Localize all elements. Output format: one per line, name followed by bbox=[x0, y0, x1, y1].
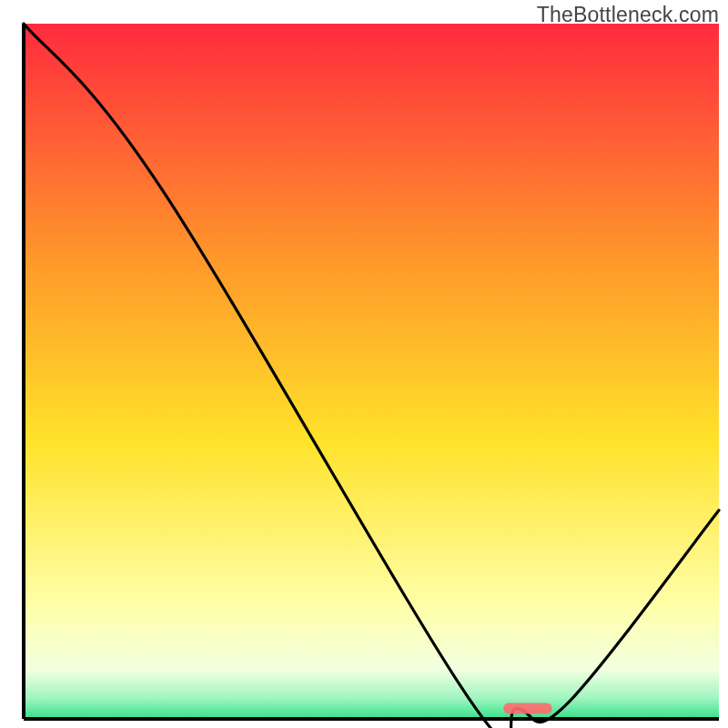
svg-rect-0 bbox=[24, 24, 719, 719]
svg-rect-3 bbox=[503, 703, 551, 714]
chart-container: TheBottleneck.com bbox=[0, 0, 728, 728]
watermark-text: TheBottleneck.com bbox=[537, 3, 719, 27]
chart-svg bbox=[0, 0, 728, 728]
